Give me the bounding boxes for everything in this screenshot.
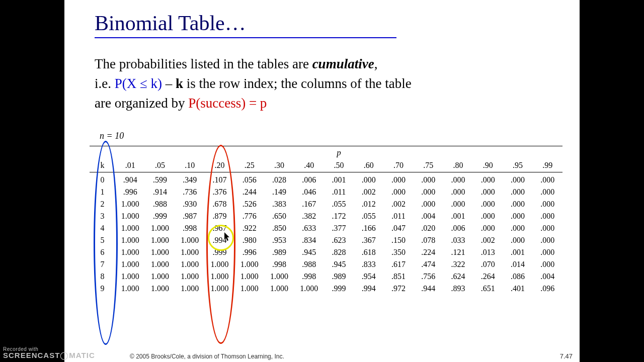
p-col-header: .60 (354, 159, 383, 172)
prob-cell: .989 (264, 246, 294, 258)
prob-cell: .001 (324, 172, 354, 187)
prob-cell: .000 (533, 246, 562, 258)
recorder-watermark: Recorded with SCREENCAST◯MATIC (3, 346, 95, 360)
p-col-header: .70 (383, 159, 413, 172)
prob-cell: .264 (473, 270, 503, 283)
prob-cell: 1.000 (115, 210, 145, 222)
k-cell: 1 (90, 186, 115, 198)
prob-cell: .526 (234, 198, 264, 210)
p-col-header: .80 (443, 159, 473, 172)
prob-cell: .000 (503, 222, 532, 234)
prob-cell: .000 (443, 172, 473, 187)
copyright-text: © 2005 Brooks/Cole, a division of Thomso… (130, 353, 284, 360)
prob-cell: .996 (115, 186, 145, 198)
prob-cell: .000 (503, 210, 532, 222)
prob-cell: .994 (205, 234, 234, 246)
body-text-2c: is the row index; the columns of the tab… (183, 76, 412, 91)
prob-cell: 1.000 (175, 246, 205, 258)
prob-cell: 1.000 (115, 198, 145, 210)
prob-cell: .988 (294, 258, 324, 270)
prob-cell: .000 (533, 172, 562, 187)
p-col-header: .20 (205, 159, 234, 172)
prob-cell: .988 (145, 198, 175, 210)
prob-cell: .000 (473, 186, 503, 198)
prob-cell: 1.000 (175, 234, 205, 246)
prob-cell: .011 (324, 186, 354, 198)
body-text-1b: , (374, 56, 378, 71)
k-cell: 3 (90, 210, 115, 222)
prob-cell: .953 (264, 234, 294, 246)
prob-cell: .377 (324, 222, 354, 234)
k-cell: 0 (90, 172, 115, 187)
prob-cell: .004 (414, 210, 443, 222)
k-cell: 8 (90, 270, 115, 283)
prob-cell: .012 (354, 198, 383, 210)
prob-cell: .000 (473, 198, 503, 210)
k-cell: 9 (90, 283, 115, 295)
p-col-header: .25 (234, 159, 264, 172)
prob-cell: .006 (443, 222, 473, 234)
body-pxk: P(X ≤ k) (115, 76, 162, 91)
prob-cell: .001 (443, 210, 473, 222)
prob-cell: 1.000 (175, 270, 205, 283)
prob-cell: 1.000 (145, 258, 175, 270)
prob-cell: .833 (354, 258, 383, 270)
prob-cell: .617 (383, 258, 413, 270)
body-k: k (176, 76, 183, 91)
prob-cell: .922 (234, 222, 264, 234)
prob-cell: .989 (324, 270, 354, 283)
prob-cell: 1.000 (205, 270, 234, 283)
prob-cell: .599 (145, 172, 175, 187)
prob-cell: .996 (234, 246, 264, 258)
body-text-1: The probabilities listed in the tables a… (95, 56, 312, 71)
prob-cell: .383 (264, 198, 294, 210)
p-col-header: .01 (115, 159, 145, 172)
title-underline (95, 37, 396, 38)
prob-cell: .000 (503, 186, 532, 198)
table-row: 71.0001.0001.0001.0001.000.998.988.945.8… (90, 258, 562, 270)
k-cell: 5 (90, 234, 115, 246)
prob-cell: .000 (443, 198, 473, 210)
k-header: k (90, 159, 115, 172)
prob-cell: 1.000 (234, 258, 264, 270)
prob-cell: .000 (533, 222, 562, 234)
prob-cell: .000 (383, 172, 413, 187)
prob-cell: 1.000 (145, 234, 175, 246)
prob-cell: .078 (414, 234, 443, 246)
prob-cell: 1.000 (115, 270, 145, 283)
prob-cell: .828 (324, 246, 354, 258)
prob-cell: 1.000 (145, 222, 175, 234)
prob-cell: .002 (383, 198, 413, 210)
prob-cell: 1.000 (145, 270, 175, 283)
prob-cell: .172 (324, 210, 354, 222)
slide-body: The probabilities listed in the tables a… (95, 54, 547, 113)
prob-cell: .678 (205, 198, 234, 210)
prob-cell: .930 (175, 198, 205, 210)
prob-cell: .056 (234, 172, 264, 187)
binomial-table-wrap: p k .01.05.10.20.25.30.40.50.60.70.75.80… (90, 146, 562, 295)
body-psuccess: P(success) = p (188, 96, 267, 111)
p-col-header: .40 (294, 159, 324, 172)
prob-cell: .000 (354, 172, 383, 187)
prob-cell: .945 (294, 246, 324, 258)
k-cell: 7 (90, 258, 115, 270)
prob-cell: 1.000 (294, 283, 324, 295)
prob-cell: .001 (503, 246, 532, 258)
prob-cell: .107 (205, 172, 234, 187)
slide-number: 7.47 (560, 352, 573, 360)
prob-cell: .000 (503, 198, 532, 210)
prob-cell: .086 (503, 270, 532, 283)
prob-cell: .000 (533, 198, 562, 210)
prob-cell: .000 (414, 186, 443, 198)
prob-cell: .756 (414, 270, 443, 283)
n-label: n = 10 (100, 131, 124, 141)
body-text-2a: i.e. (95, 76, 115, 91)
watermark-brand: SCREENCAST◯MATIC (3, 351, 95, 360)
prob-cell: .244 (234, 186, 264, 198)
prob-cell: .004 (533, 270, 562, 283)
table-row: 61.0001.0001.000.999.996.989.945.828.618… (90, 246, 562, 258)
table-row: 31.000.999.987.879.776.650.382.172.055.0… (90, 210, 562, 222)
prob-cell: .055 (324, 198, 354, 210)
prob-cell: 1.000 (115, 246, 145, 258)
prob-cell: .000 (383, 186, 413, 198)
